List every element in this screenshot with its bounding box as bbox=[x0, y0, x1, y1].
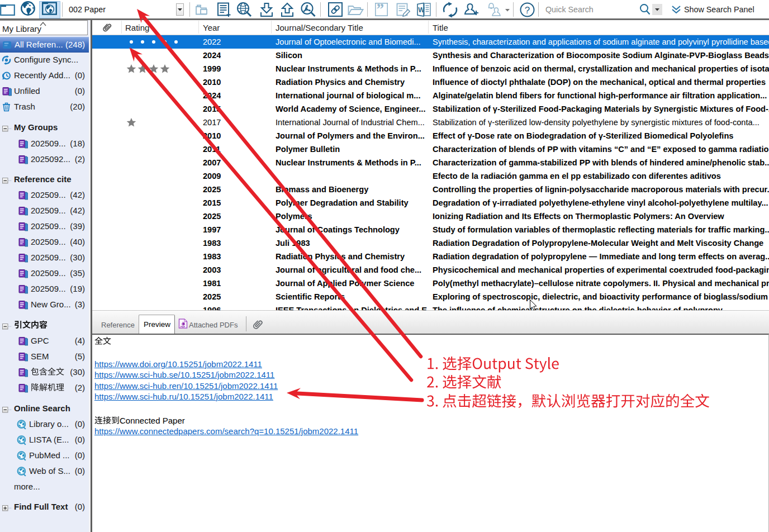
svg-text:”: ” bbox=[377, 3, 385, 16]
svg-text:?: ? bbox=[525, 5, 530, 16]
svg-text:W: W bbox=[418, 6, 425, 14]
svg-text:PDF: PDF bbox=[181, 325, 186, 328]
